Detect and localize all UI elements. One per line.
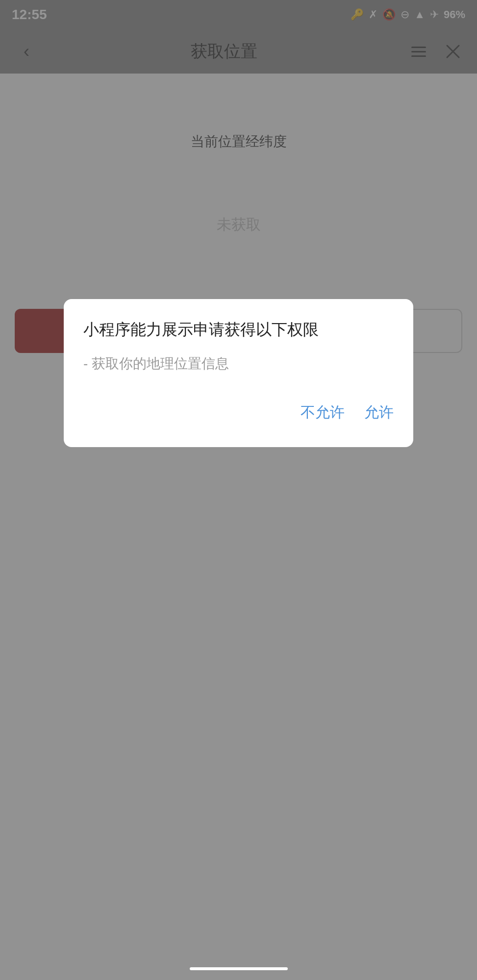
dialog-permission: - 获取你的地理位置信息 xyxy=(83,354,394,373)
allow-button[interactable]: 允许 xyxy=(364,398,394,427)
home-indicator xyxy=(190,967,288,970)
deny-button[interactable]: 不允许 xyxy=(301,398,345,427)
dialog-title: 小程序能力展示申请获得以下权限 xyxy=(83,319,394,341)
overlay xyxy=(0,0,477,980)
permission-dialog: 小程序能力展示申请获得以下权限 - 获取你的地理位置信息 不允许 允许 xyxy=(64,299,413,447)
dialog-buttons: 不允许 允许 xyxy=(83,398,394,432)
